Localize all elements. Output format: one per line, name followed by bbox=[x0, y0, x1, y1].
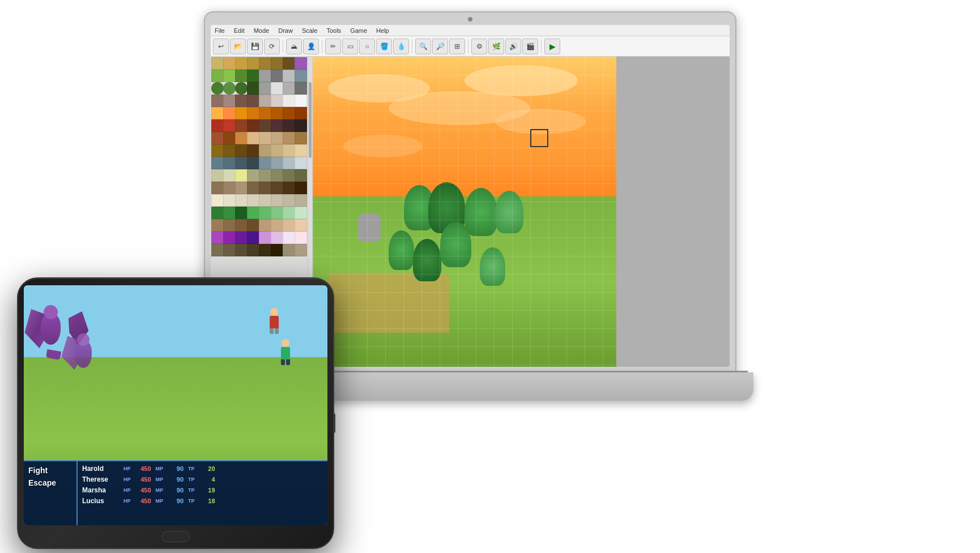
player-sprites bbox=[266, 308, 293, 365]
mp-label-4: MP bbox=[156, 498, 164, 504]
phone: Fight Escape Harold HP 450 MP 90 TP bbox=[17, 277, 334, 549]
tp-val-lucius: 18 bbox=[199, 498, 215, 504]
menu-help[interactable]: Help bbox=[374, 27, 391, 34]
toolbar-sep-5 bbox=[541, 40, 542, 53]
char-name-harold: Harold bbox=[82, 465, 119, 473]
toolbar-play[interactable]: ▶ bbox=[544, 38, 560, 54]
char-row-lucius: Lucius HP 450 MP 90 TP 18 bbox=[82, 497, 323, 505]
toolbar-zoom-out[interactable]: 🔎 bbox=[432, 38, 448, 54]
toolbar-tree[interactable]: 🌿 bbox=[488, 38, 504, 54]
player-2 bbox=[278, 339, 293, 365]
tp-val-harold: 20 bbox=[199, 465, 215, 472]
tileset-scroll-thumb bbox=[309, 82, 312, 158]
mp-label-2: MP bbox=[156, 477, 164, 482]
phone-body: Fight Escape Harold HP 450 MP 90 TP bbox=[17, 277, 334, 549]
toolbar-open[interactable]: 📂 bbox=[230, 38, 246, 54]
toolbar-settings[interactable]: ⚙ bbox=[471, 38, 487, 54]
selected-cell bbox=[530, 129, 548, 147]
battle-menu: Fight Escape Harold HP 450 MP 90 TP bbox=[24, 460, 327, 525]
toolbar-undo[interactable]: ↩ bbox=[213, 38, 229, 54]
game-screen: Fight Escape Harold HP 450 MP 90 TP bbox=[24, 285, 327, 525]
hp-val-marsha: 450 bbox=[135, 487, 151, 494]
battle-commands: Fight Escape bbox=[24, 461, 78, 525]
char-row-harold: Harold HP 450 MP 90 TP 20 bbox=[82, 465, 323, 473]
tp-label-2: TP bbox=[188, 477, 195, 482]
app-menubar: File Edit Mode Draw Scale Tools Game Hel… bbox=[211, 25, 730, 36]
phone-screen[interactable]: Fight Escape Harold HP 450 MP 90 TP bbox=[24, 285, 327, 525]
tileset-grid[interactable] bbox=[211, 57, 308, 310]
map-canvas[interactable] bbox=[313, 57, 730, 367]
player-1 bbox=[266, 308, 282, 333]
mp-label-3: MP bbox=[156, 487, 164, 493]
toolbar-zoom-fit[interactable]: ⊞ bbox=[449, 38, 465, 54]
menu-file[interactable]: File bbox=[213, 27, 227, 34]
battle-area bbox=[24, 285, 327, 458]
hp-label-3: HP bbox=[123, 487, 131, 493]
toolbar-video[interactable]: 🎬 bbox=[522, 38, 538, 54]
mp-label-1: MP bbox=[156, 466, 164, 471]
toolbar-zoom-in[interactable]: 🔍 bbox=[415, 38, 431, 54]
menu-edit[interactable]: Edit bbox=[232, 27, 246, 34]
enemy-sprites bbox=[35, 302, 126, 376]
laptop-camera bbox=[468, 17, 472, 22]
toolbar-mountain[interactable]: ⛰ bbox=[286, 38, 302, 54]
char-row-marsha: Marsha HP 450 MP 90 TP 19 bbox=[82, 486, 323, 494]
hp-label-1: HP bbox=[123, 466, 131, 471]
toolbar-sep-4 bbox=[468, 40, 468, 53]
battle-status: Harold HP 450 MP 90 TP 20 Therese HP bbox=[78, 461, 327, 525]
fight-command[interactable]: Fight bbox=[28, 466, 72, 475]
map-scene bbox=[313, 57, 730, 367]
toolbar-eyedrop[interactable]: 💧 bbox=[393, 38, 409, 54]
toolbar-sep-3 bbox=[412, 40, 412, 53]
char-row-therese: Therese HP 450 MP 90 TP 4 bbox=[82, 475, 323, 483]
app-toolbar: ↩ 📂 💾 ⟳ ⛰ 👤 ✏ ▭ ○ 🪣 💧 🔍 🔎 ⊞ bbox=[211, 36, 730, 57]
toolbar-ellipse[interactable]: ○ bbox=[359, 38, 375, 54]
char-name-therese: Therese bbox=[82, 475, 119, 483]
mp-val-lucius: 90 bbox=[168, 498, 184, 504]
toolbar-sep-1 bbox=[283, 40, 283, 53]
tp-label-1: TP bbox=[188, 466, 195, 471]
char-name-lucius: Lucius bbox=[82, 497, 119, 505]
phone-home-button[interactable] bbox=[161, 531, 190, 542]
tp-label-4: TP bbox=[188, 498, 195, 504]
toolbar-copy[interactable]: ⟳ bbox=[264, 38, 280, 54]
toolbar-audio[interactable]: 🔊 bbox=[505, 38, 521, 54]
map-right-empty bbox=[616, 57, 730, 367]
menu-tools[interactable]: Tools bbox=[325, 27, 343, 34]
escape-command[interactable]: Escape bbox=[28, 478, 72, 487]
toolbar-person[interactable]: 👤 bbox=[303, 38, 319, 54]
toolbar-rect[interactable]: ▭ bbox=[342, 38, 358, 54]
toolbar-save[interactable]: 💾 bbox=[247, 38, 263, 54]
tp-val-marsha: 19 bbox=[199, 487, 215, 494]
menu-game[interactable]: Game bbox=[348, 27, 369, 34]
tp-val-therese: 4 bbox=[199, 476, 215, 483]
mp-val-harold: 90 bbox=[168, 465, 184, 472]
char-name-marsha: Marsha bbox=[82, 486, 119, 494]
toolbar-pencil[interactable]: ✏ bbox=[325, 38, 341, 54]
hp-label-2: HP bbox=[123, 477, 131, 482]
tp-label-3: TP bbox=[188, 487, 195, 493]
hp-val-harold: 450 bbox=[135, 465, 151, 472]
mp-val-marsha: 90 bbox=[168, 487, 184, 494]
toolbar-fill[interactable]: 🪣 bbox=[376, 38, 392, 54]
toolbar-sep-2 bbox=[322, 40, 322, 53]
mp-val-therese: 90 bbox=[168, 476, 184, 483]
menu-scale[interactable]: Scale bbox=[300, 27, 319, 34]
tileset-scrollbar[interactable] bbox=[308, 57, 312, 310]
menu-draw[interactable]: Draw bbox=[276, 27, 295, 34]
phone-side-button[interactable] bbox=[333, 413, 335, 433]
hp-val-lucius: 450 bbox=[135, 498, 151, 504]
menu-mode[interactable]: Mode bbox=[252, 27, 271, 34]
hp-val-therese: 450 bbox=[135, 476, 151, 483]
hp-label-4: HP bbox=[123, 498, 131, 504]
